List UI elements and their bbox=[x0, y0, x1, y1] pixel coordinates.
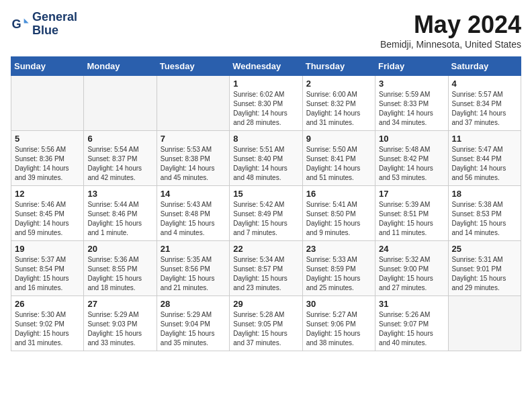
day-info: Sunrise: 5:36 AM Sunset: 8:55 PM Dayligh… bbox=[87, 255, 152, 293]
day-info: Sunrise: 6:02 AM Sunset: 8:30 PM Dayligh… bbox=[233, 90, 298, 128]
day-number: 26 bbox=[15, 299, 80, 309]
calendar-cell bbox=[157, 76, 229, 131]
day-info: Sunrise: 5:38 AM Sunset: 8:53 PM Dayligh… bbox=[452, 200, 517, 238]
calendar-cell: 5Sunrise: 5:56 AM Sunset: 8:36 PM Daylig… bbox=[11, 131, 84, 186]
day-number: 5 bbox=[15, 134, 80, 144]
day-number: 6 bbox=[87, 134, 152, 144]
day-number: 21 bbox=[161, 244, 226, 254]
svg-text:G: G bbox=[11, 17, 21, 30]
logo: G General Blue bbox=[11, 11, 77, 38]
day-number: 22 bbox=[233, 244, 298, 254]
calendar-cell: 10Sunrise: 5:48 AM Sunset: 8:42 PM Dayli… bbox=[375, 131, 448, 186]
month-title: May 2024 bbox=[380, 11, 521, 39]
day-info: Sunrise: 5:44 AM Sunset: 8:46 PM Dayligh… bbox=[87, 200, 152, 238]
day-info: Sunrise: 5:48 AM Sunset: 8:42 PM Dayligh… bbox=[379, 145, 444, 183]
calendar-cell: 3Sunrise: 5:59 AM Sunset: 8:33 PM Daylig… bbox=[375, 76, 448, 131]
calendar-header-saturday: Saturday bbox=[448, 57, 521, 76]
day-number: 30 bbox=[306, 299, 371, 309]
calendar-header-thursday: Thursday bbox=[302, 57, 375, 76]
logo-text-line1: General bbox=[32, 11, 77, 24]
calendar-cell: 11Sunrise: 5:47 AM Sunset: 8:44 PM Dayli… bbox=[448, 131, 521, 186]
day-number: 19 bbox=[15, 244, 80, 254]
calendar-header-wednesday: Wednesday bbox=[230, 57, 302, 76]
day-info: Sunrise: 5:28 AM Sunset: 9:05 PM Dayligh… bbox=[233, 310, 298, 348]
day-info: Sunrise: 5:54 AM Sunset: 8:37 PM Dayligh… bbox=[87, 145, 152, 183]
calendar-header-sunday: Sunday bbox=[11, 57, 84, 76]
title-section: May 2024 Bemidji, Minnesota, United Stat… bbox=[380, 11, 521, 50]
calendar-cell: 6Sunrise: 5:54 AM Sunset: 8:37 PM Daylig… bbox=[84, 131, 157, 186]
day-number: 9 bbox=[306, 134, 371, 144]
day-info: Sunrise: 5:56 AM Sunset: 8:36 PM Dayligh… bbox=[15, 145, 80, 183]
calendar-week-row: 12Sunrise: 5:46 AM Sunset: 8:45 PM Dayli… bbox=[11, 186, 521, 241]
day-info: Sunrise: 5:59 AM Sunset: 8:33 PM Dayligh… bbox=[379, 90, 444, 128]
day-number: 29 bbox=[233, 299, 298, 309]
calendar-table: SundayMondayTuesdayWednesdayThursdayFrid… bbox=[11, 56, 521, 351]
calendar-cell: 9Sunrise: 5:50 AM Sunset: 8:41 PM Daylig… bbox=[302, 131, 375, 186]
calendar-cell: 29Sunrise: 5:28 AM Sunset: 9:05 PM Dayli… bbox=[230, 296, 302, 351]
calendar-cell: 4Sunrise: 5:57 AM Sunset: 8:34 PM Daylig… bbox=[448, 76, 521, 131]
day-info: Sunrise: 5:27 AM Sunset: 9:06 PM Dayligh… bbox=[306, 310, 371, 348]
day-info: Sunrise: 5:37 AM Sunset: 8:54 PM Dayligh… bbox=[15, 255, 80, 293]
day-info: Sunrise: 5:41 AM Sunset: 8:50 PM Dayligh… bbox=[306, 200, 371, 238]
day-info: Sunrise: 5:34 AM Sunset: 8:57 PM Dayligh… bbox=[233, 255, 298, 293]
day-number: 13 bbox=[87, 189, 152, 199]
calendar-cell: 30Sunrise: 5:27 AM Sunset: 9:06 PM Dayli… bbox=[302, 296, 375, 351]
calendar-cell: 26Sunrise: 5:30 AM Sunset: 9:02 PM Dayli… bbox=[11, 296, 84, 351]
day-info: Sunrise: 5:57 AM Sunset: 8:34 PM Dayligh… bbox=[452, 90, 517, 128]
calendar-cell bbox=[448, 296, 521, 351]
day-number: 12 bbox=[15, 189, 80, 199]
day-number: 1 bbox=[233, 79, 298, 89]
day-number: 18 bbox=[452, 189, 517, 199]
calendar-cell bbox=[84, 76, 157, 131]
calendar-week-row: 5Sunrise: 5:56 AM Sunset: 8:36 PM Daylig… bbox=[11, 131, 521, 186]
logo-icon: G bbox=[11, 15, 30, 34]
day-number: 20 bbox=[87, 244, 152, 254]
calendar-cell: 18Sunrise: 5:38 AM Sunset: 8:53 PM Dayli… bbox=[448, 186, 521, 241]
calendar-week-row: 19Sunrise: 5:37 AM Sunset: 8:54 PM Dayli… bbox=[11, 241, 521, 296]
calendar-cell: 2Sunrise: 6:00 AM Sunset: 8:32 PM Daylig… bbox=[302, 76, 375, 131]
location-text: Bemidji, Minnesota, United States bbox=[380, 39, 521, 50]
calendar-cell: 8Sunrise: 5:51 AM Sunset: 8:40 PM Daylig… bbox=[230, 131, 302, 186]
calendar-cell: 31Sunrise: 5:26 AM Sunset: 9:07 PM Dayli… bbox=[375, 296, 448, 351]
calendar-cell: 20Sunrise: 5:36 AM Sunset: 8:55 PM Dayli… bbox=[84, 241, 157, 296]
day-number: 24 bbox=[379, 244, 444, 254]
calendar-cell: 23Sunrise: 5:33 AM Sunset: 8:59 PM Dayli… bbox=[302, 241, 375, 296]
day-number: 7 bbox=[161, 134, 226, 144]
day-info: Sunrise: 5:29 AM Sunset: 9:04 PM Dayligh… bbox=[161, 310, 226, 348]
day-number: 25 bbox=[452, 244, 517, 254]
logo-text-line2: Blue bbox=[32, 24, 77, 38]
calendar-cell: 28Sunrise: 5:29 AM Sunset: 9:04 PM Dayli… bbox=[157, 296, 229, 351]
day-info: Sunrise: 5:51 AM Sunset: 8:40 PM Dayligh… bbox=[233, 145, 298, 183]
day-number: 4 bbox=[452, 79, 517, 89]
day-info: Sunrise: 5:42 AM Sunset: 8:49 PM Dayligh… bbox=[233, 200, 298, 238]
calendar-cell: 22Sunrise: 5:34 AM Sunset: 8:57 PM Dayli… bbox=[230, 241, 302, 296]
calendar-cell: 14Sunrise: 5:43 AM Sunset: 8:48 PM Dayli… bbox=[157, 186, 229, 241]
day-number: 11 bbox=[452, 134, 517, 144]
day-number: 10 bbox=[379, 134, 444, 144]
day-info: Sunrise: 5:29 AM Sunset: 9:03 PM Dayligh… bbox=[87, 310, 152, 348]
day-info: Sunrise: 5:33 AM Sunset: 8:59 PM Dayligh… bbox=[306, 255, 371, 293]
page-header: G General Blue May 2024 Bemidji, Minneso… bbox=[11, 11, 521, 50]
day-number: 15 bbox=[233, 189, 298, 199]
day-info: Sunrise: 5:43 AM Sunset: 8:48 PM Dayligh… bbox=[161, 200, 226, 238]
day-info: Sunrise: 5:39 AM Sunset: 8:51 PM Dayligh… bbox=[379, 200, 444, 238]
day-info: Sunrise: 6:00 AM Sunset: 8:32 PM Dayligh… bbox=[306, 90, 371, 128]
calendar-header-row: SundayMondayTuesdayWednesdayThursdayFrid… bbox=[11, 57, 521, 76]
day-info: Sunrise: 5:26 AM Sunset: 9:07 PM Dayligh… bbox=[379, 310, 444, 348]
calendar-header-friday: Friday bbox=[375, 57, 448, 76]
day-number: 2 bbox=[306, 79, 371, 89]
calendar-cell: 13Sunrise: 5:44 AM Sunset: 8:46 PM Dayli… bbox=[84, 186, 157, 241]
day-number: 3 bbox=[379, 79, 444, 89]
day-number: 14 bbox=[161, 189, 226, 199]
calendar-cell: 15Sunrise: 5:42 AM Sunset: 8:49 PM Dayli… bbox=[230, 186, 302, 241]
day-info: Sunrise: 5:30 AM Sunset: 9:02 PM Dayligh… bbox=[15, 310, 80, 348]
calendar-cell: 17Sunrise: 5:39 AM Sunset: 8:51 PM Dayli… bbox=[375, 186, 448, 241]
calendar-week-row: 26Sunrise: 5:30 AM Sunset: 9:02 PM Dayli… bbox=[11, 296, 521, 351]
calendar-cell: 16Sunrise: 5:41 AM Sunset: 8:50 PM Dayli… bbox=[302, 186, 375, 241]
calendar-cell: 12Sunrise: 5:46 AM Sunset: 8:45 PM Dayli… bbox=[11, 186, 84, 241]
day-number: 28 bbox=[161, 299, 226, 309]
calendar-cell: 19Sunrise: 5:37 AM Sunset: 8:54 PM Dayli… bbox=[11, 241, 84, 296]
day-info: Sunrise: 5:46 AM Sunset: 8:45 PM Dayligh… bbox=[15, 200, 80, 238]
calendar-cell: 27Sunrise: 5:29 AM Sunset: 9:03 PM Dayli… bbox=[84, 296, 157, 351]
day-info: Sunrise: 5:47 AM Sunset: 8:44 PM Dayligh… bbox=[452, 145, 517, 183]
